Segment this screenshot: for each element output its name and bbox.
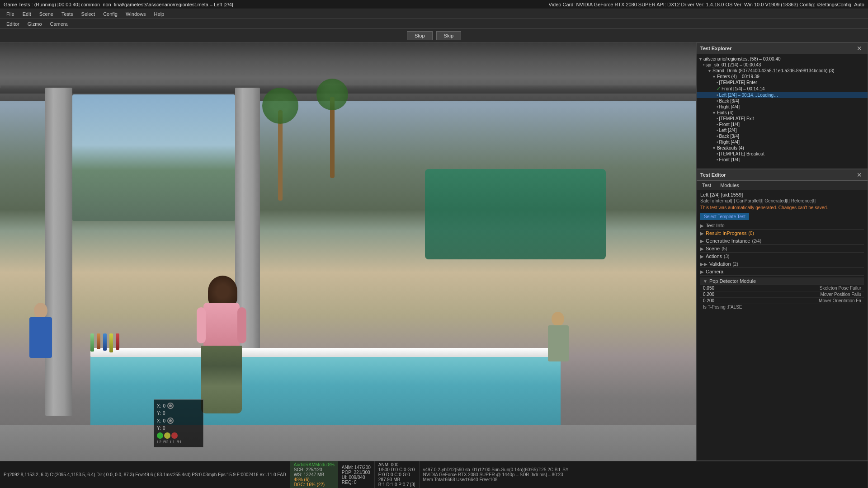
tree-item-exit-right[interactable]: • Right [4/4] <box>697 139 868 145</box>
tree-item-root[interactable]: ▼ ai/scenario/regionstest (58) – 00:00.4… <box>697 56 868 62</box>
label-test-info: Test Info <box>706 223 725 228</box>
editor-menu-modules[interactable]: Modules <box>718 182 741 189</box>
controller-overlay: X: 0 Y: 0 X: 0 Y: 0 L2 R2 <box>154 399 203 447</box>
test-editor-close[interactable]: ✕ <box>855 171 864 178</box>
test-explorer-header: Test Explorer ✕ <box>697 43 868 54</box>
menu-help[interactable]: Help <box>151 10 168 18</box>
tree-item-back[interactable]: • Back [3/4] <box>697 98 868 104</box>
tree-item-exit-front[interactable]: • Front [1/4] <box>697 122 868 127</box>
section-actions[interactable]: ▶ Actions (3) <box>700 253 864 260</box>
tree-item-exit-left[interactable]: • Left [2/4] <box>697 127 868 133</box>
section-scene[interactable]: ▶ Scene (5) <box>700 245 864 253</box>
test-editor-header: Test Editor ✕ <box>697 169 868 181</box>
select-template-button[interactable]: Select Template Test <box>700 213 749 220</box>
x1-label: X: <box>157 404 161 408</box>
arrow-exits: ▼ <box>712 111 716 115</box>
secondary-camera[interactable]: Camera <box>47 20 71 28</box>
bullet-back: • <box>717 99 718 103</box>
anim-text: ANM: 147/200 <box>342 465 371 470</box>
bullet-exit-back: • <box>717 134 718 139</box>
menu-config[interactable]: Config <box>99 10 121 18</box>
tree-item-front[interactable]: ✓ Front [1/4] – 00:14.14 <box>697 85 868 92</box>
pop-detector-header[interactable]: ▼ Pop Detector Module <box>700 277 864 285</box>
tree-item-stand-drink[interactable]: ▼ Stand_Drink (80774c00-43a8-11ed-a3d6-8… <box>697 68 868 74</box>
label-actions: Actions <box>706 253 722 259</box>
bullet-spr: • <box>703 62 705 67</box>
pool <box>425 169 606 259</box>
x2-value: 0 <box>163 418 165 423</box>
palm-tree-1 <box>262 88 298 201</box>
arrow-stand: ▼ <box>708 69 712 73</box>
tree-item-enters[interactable]: ▼ Enters (4) – 00:19.39 <box>697 74 868 80</box>
bullet-exit-front: • <box>717 122 718 127</box>
arrow-breakouts: ▼ <box>712 146 716 150</box>
ceiling-beam-main <box>0 85 696 94</box>
menu-tests[interactable]: Tests <box>58 10 77 18</box>
tree-item-template-exit[interactable]: • [TEMPLATE] Exit <box>697 116 868 122</box>
stop-button[interactable]: Stop <box>407 31 433 40</box>
menu-scene[interactable]: Scene <box>36 10 57 18</box>
tree-label-template-exit: [TEMPLATE] Exit <box>719 116 754 121</box>
menu-edit[interactable]: Edit <box>19 10 35 18</box>
scene-background <box>0 42 696 461</box>
is-posing-row: Is T-Posing :FALSE <box>700 304 864 310</box>
pop-label-2: Mover Orientation Fa <box>819 298 861 303</box>
bullet-exit-left: • <box>717 128 718 133</box>
menu-windows[interactable]: Windows <box>122 10 150 18</box>
tree-label-right1: Right [4/4] <box>719 104 740 109</box>
tree-container[interactable]: ▼ ai/scenario/regionstest (58) – 00:00.4… <box>697 54 868 163</box>
tree-item-template-breakout[interactable]: • [TEMPLATE] Breakout <box>697 151 868 157</box>
arrow-validation: ▶▶ <box>700 262 708 267</box>
pop-row-2: 0.200 Mover Orientation Fa <box>700 298 864 304</box>
tree-label-template-breakout: [TEMPLATE] Breakout <box>719 151 764 156</box>
tree-item-spr[interactable]: • spr_sb_01 (214) – 00:00.43 <box>697 62 868 68</box>
pop-value-1: 0.200 <box>703 292 714 297</box>
editor-menu-test[interactable]: Test <box>700 182 713 189</box>
tree-item-exit-back[interactable]: • Back [3/4] <box>697 133 868 139</box>
right-panels: Test Explorer ✕ ▼ ai/scenario/regionstes… <box>696 42 868 461</box>
tree-label-exit-front: Front [1/4] <box>719 122 740 127</box>
pop-label-1: Mover Position Failu <box>820 292 861 297</box>
tree-item-breakouts[interactable]: ▼ Breakouts (4) <box>697 145 868 151</box>
status-anim: ANM: 147/200 POP: 221/300 UI: 009/040 RE… <box>338 461 375 488</box>
secondary-gizmo[interactable]: Gizmo <box>24 20 46 28</box>
test-explorer-close[interactable]: ✕ <box>855 45 864 52</box>
editor-content: Left [2/4] [uid:1559] SafeToInterrupt[f]… <box>697 190 868 460</box>
section-test-info[interactable]: ▶ Test Info <box>700 222 864 230</box>
count-validation: (2) <box>733 262 738 267</box>
section-result[interactable]: ▶ Result: InProgress (0) <box>700 230 864 237</box>
editor-error-text: This test was automatically generated. C… <box>700 205 864 210</box>
viewport: X: 0 Y: 0 X: 0 Y: 0 L2 R2 <box>0 42 696 461</box>
trigger-l2: L2 <box>157 440 161 444</box>
section-generative[interactable]: ▶ Generative Instance (2/4) <box>700 237 864 245</box>
tree-label-break-front: Front [1/4] <box>719 157 740 162</box>
secondary-editor[interactable]: Editor <box>3 20 23 28</box>
title-bar: Game Tests : (Running) [00:00.40] common… <box>0 0 868 9</box>
section-camera[interactable]: ▶ Camera <box>700 268 864 276</box>
arrow-result: ▶ <box>700 231 704 236</box>
tree-item-exits[interactable]: ▼ Exits (4) <box>697 110 868 116</box>
label-scene: Scene <box>706 246 720 251</box>
tree-item-left[interactable]: • Left [2/4] – 00:14…Loading… <box>697 92 868 98</box>
tree-item-break-front[interactable]: • Front [1/4] <box>697 157 868 163</box>
stick-right <box>167 418 174 424</box>
pop-detector-module: ▼ Pop Detector Module 0.050 Skeleton Pos… <box>700 277 864 310</box>
skip-button[interactable]: Skip <box>436 31 461 40</box>
tree-item-template-enter[interactable]: • [TEMPLATE] Enter <box>697 80 868 85</box>
menu-select[interactable]: Select <box>78 10 99 18</box>
pop-value-0: 0.050 <box>703 286 714 291</box>
test-explorer-panel: Test Explorer ✕ ▼ ai/scenario/regionstes… <box>696 42 868 169</box>
pop-text: POP: 221/300 <box>342 470 371 475</box>
section-validation[interactable]: ▶▶ Validation (2) <box>700 260 864 268</box>
menu-file[interactable]: File <box>3 10 18 18</box>
y1-label: Y: <box>157 411 161 416</box>
arrow-enters: ▼ <box>712 75 716 79</box>
status-mem: ANM: 000 1/500 D:0 C:0 G:0 F:0 D:0 C:0 G… <box>375 461 420 488</box>
status-bar: P:(2092.8,1153.2, 6.0) C:(2095.4,1153.5,… <box>0 461 868 488</box>
arrow-generative: ▶ <box>700 239 704 244</box>
tree-item-right1[interactable]: • Right [4/4] <box>697 104 868 110</box>
button-red <box>171 432 178 439</box>
editor-test-subtitle: SafeToInterrupt[f] CanParallel[t] Genera… <box>700 198 864 203</box>
y1-value: 0 <box>163 411 165 416</box>
test-explorer-title: Test Explorer <box>700 46 732 51</box>
